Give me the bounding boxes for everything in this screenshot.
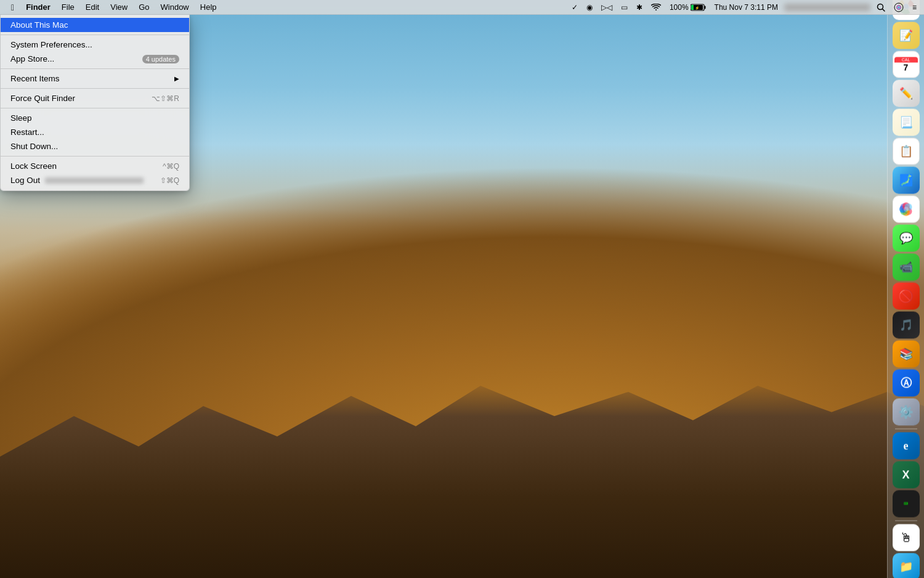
taskbar-eye[interactable]: ◉ bbox=[584, 3, 595, 12]
menu-restart[interactable]: Restart... bbox=[1, 125, 189, 139]
siri-button[interactable] bbox=[891, 2, 906, 12]
apple-menu-button[interactable]:  bbox=[5, 0, 20, 15]
menubar-left:  Finder File Edit View Go Window Help bbox=[5, 0, 569, 15]
menubar-help[interactable]: Help bbox=[195, 0, 222, 15]
svg-rect-1 bbox=[704, 6, 705, 9]
logout-redacted-text bbox=[45, 177, 144, 184]
dock-icon-photos[interactable] bbox=[893, 196, 920, 223]
dock-icon-edge[interactable]: e bbox=[893, 433, 920, 460]
menu-prefs-label: System Preferences... bbox=[10, 40, 92, 49]
svg-point-22 bbox=[904, 207, 909, 212]
menubar:  Finder File Edit View Go Window Help ✓… bbox=[0, 0, 924, 15]
menu-recent-label: Recent Items bbox=[10, 74, 60, 83]
menu-shutdown-label: Shut Down... bbox=[10, 142, 58, 151]
menu-lockscreen-shortcut: ^⌘Q bbox=[163, 162, 179, 171]
dock-icon-reminders[interactable]: 📋 bbox=[893, 138, 920, 165]
menu-logout-shortcut: ⇧⌘Q bbox=[160, 176, 179, 185]
dock-icon-books[interactable]: 📚 bbox=[893, 341, 920, 368]
svg-point-9 bbox=[898, 6, 899, 8]
dock-separator-2 bbox=[895, 521, 917, 521]
dock-icon-appstore[interactable]: Ⓐ bbox=[893, 370, 920, 397]
dock-icon-terminal[interactable]: ⌨ bbox=[893, 490, 920, 518]
menubar-datetime[interactable]: Thu Nov 7 3:11 PM bbox=[712, 3, 780, 12]
dock-separator-1 bbox=[895, 429, 917, 429]
menu-shutdown[interactable]: Shut Down... bbox=[1, 139, 189, 153]
dock-icon-block[interactable]: 🚫 bbox=[893, 283, 920, 310]
menu-about-label: About This Mac bbox=[10, 20, 68, 30]
svg-text:⚡: ⚡ bbox=[694, 6, 699, 10]
menu-logout[interactable]: Log Out ⇧⌘Q bbox=[1, 173, 189, 187]
dock-icon-music[interactable]: 🎵 bbox=[893, 312, 920, 339]
dock: 🚀 🗺 📝 CAL 7 ✏️ 📃 📋 🗾 � bbox=[887, 0, 924, 578]
menu-sep-1 bbox=[1, 35, 189, 35]
photos-icon bbox=[897, 200, 915, 219]
menu-system-preferences[interactable]: System Preferences... bbox=[1, 38, 189, 52]
menubar-right: ✓ ◉ ▷◁ ▭ ✱ 100% ⚡ Thu Nov 7 3:11 PM bbox=[569, 2, 919, 12]
dock-icon-mouse[interactable]: 🖱 bbox=[893, 524, 920, 552]
menu-logout-label: Log Out bbox=[10, 176, 40, 185]
menu-app-store[interactable]: App Store... 4 updates bbox=[1, 52, 189, 66]
dock-icon-excel[interactable]: X bbox=[893, 462, 920, 489]
svg-rect-3 bbox=[691, 5, 694, 10]
menu-sep-4 bbox=[1, 108, 189, 108]
menu-lock-screen[interactable]: Lock Screen ^⌘Q bbox=[1, 159, 189, 173]
menu-forcequit-label: Force Quit Finder bbox=[10, 94, 75, 103]
menu-forcequit-shortcut: ⌥⇧⌘R bbox=[152, 94, 179, 103]
taskbar-airplay[interactable]: ▭ bbox=[618, 3, 630, 12]
apple-menu-dropdown: About This Mac System Preferences... App… bbox=[0, 15, 190, 191]
taskbar-check[interactable]: ✓ bbox=[569, 3, 580, 12]
menu-sleep[interactable]: Sleep bbox=[1, 111, 189, 125]
dock-icon-notes2[interactable]: 📃 bbox=[893, 109, 920, 136]
menu-restart-label: Restart... bbox=[10, 128, 44, 137]
app-store-badge: 4 updates bbox=[142, 55, 179, 63]
search-icon bbox=[877, 3, 885, 12]
menu-force-quit[interactable]: Force Quit Finder ⌥⇧⌘R bbox=[1, 91, 189, 105]
battery-icon: ⚡ bbox=[691, 4, 706, 11]
notification-center[interactable]: ≡ bbox=[910, 3, 919, 12]
menu-sep-2 bbox=[1, 68, 189, 69]
menu-sleep-label: Sleep bbox=[10, 113, 32, 123]
dock-icon-messages[interactable]: 💬 bbox=[893, 225, 920, 252]
menu-recent-items[interactable]: Recent Items ▶ bbox=[1, 71, 189, 86]
submenu-arrow-icon: ▶ bbox=[174, 75, 179, 82]
battery-indicator[interactable]: 100% ⚡ bbox=[667, 3, 708, 12]
dock-icon-sysprefs[interactable]: ⚙️ bbox=[893, 399, 920, 426]
taskbar-bluetooth[interactable]: ✱ bbox=[634, 3, 645, 12]
menubar-view[interactable]: View bbox=[105, 0, 133, 15]
siri-icon bbox=[894, 2, 904, 12]
dock-icon-facetime[interactable]: 📹 bbox=[893, 254, 920, 281]
menu-about-this-mac[interactable]: About This Mac bbox=[1, 18, 189, 32]
svg-line-6 bbox=[882, 9, 885, 11]
taskbar-wifi[interactable] bbox=[649, 4, 663, 11]
dock-icon-maps2[interactable]: 🗾 bbox=[893, 167, 920, 194]
dock-icon-calendar[interactable]: CAL 7 bbox=[893, 51, 920, 78]
menu-sep-5 bbox=[1, 156, 189, 157]
menubar-network bbox=[784, 4, 870, 11]
taskbar-cast[interactable]: ▷◁ bbox=[599, 3, 615, 12]
menubar-window[interactable]: Window bbox=[155, 0, 195, 15]
menubar-file[interactable]: File bbox=[56, 0, 80, 15]
menu-sep-3 bbox=[1, 88, 189, 89]
menubar-finder[interactable]: Finder bbox=[20, 0, 56, 15]
menu-appstore-label: App Store... bbox=[10, 54, 54, 63]
menubar-go[interactable]: Go bbox=[133, 0, 155, 15]
menu-logout-content: Log Out bbox=[10, 176, 144, 185]
menubar-search[interactable] bbox=[874, 3, 888, 12]
battery-percent: 100% bbox=[670, 3, 689, 12]
menu-lockscreen-label: Lock Screen bbox=[10, 161, 57, 171]
menubar-edit[interactable]: Edit bbox=[80, 0, 105, 15]
dock-icon-pages[interactable]: ✏️ bbox=[893, 80, 920, 107]
dock-icon-finder[interactable]: 📁 bbox=[893, 553, 920, 579]
wifi-icon bbox=[651, 4, 661, 11]
dock-icon-stickies[interactable]: 📝 bbox=[893, 22, 920, 49]
